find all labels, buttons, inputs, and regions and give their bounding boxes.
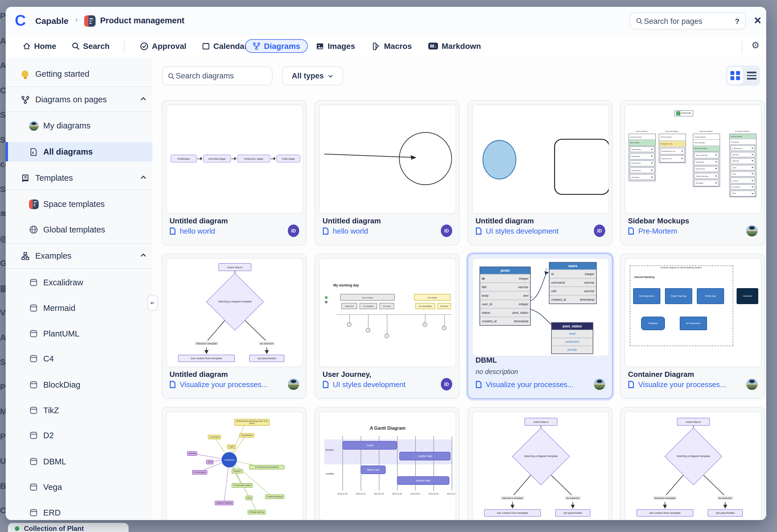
sidebar-item-erd[interactable]: ERD: [6, 503, 152, 520]
window-icon: [28, 508, 39, 518]
card-page-link[interactable]: UI styles development: [323, 380, 406, 389]
legend-dot: [325, 296, 328, 299]
cardinality-one: 1: [546, 268, 547, 271]
id-badge: ID: [288, 225, 299, 237]
type-filter-dropdown[interactable]: All types: [282, 66, 343, 85]
search-icon: [636, 18, 643, 24]
window-icon: [28, 354, 39, 364]
tab-search[interactable]: Search: [72, 35, 110, 57]
page-icon: [323, 227, 329, 235]
sidebar-item-plantuml[interactable]: PlantUML: [6, 324, 152, 343]
diagram-card[interactable]: British popular psychology author Tony B…: [161, 407, 307, 520]
diagram-card[interactable]: Fertilization Germinal Stage Embryonic S…: [161, 100, 307, 246]
sidebar-item-my-diagrams[interactable]: My diagrams: [6, 116, 152, 135]
page-icon: [323, 381, 329, 388]
card-page-link[interactable]: hello world: [323, 227, 368, 235]
sidebar-section-diagrams-on-pages[interactable]: Diagrams on pages: [6, 90, 152, 109]
home-icon: [23, 42, 31, 50]
card-title: User Journey,: [323, 370, 371, 379]
sidebar-collapse-button[interactable]: ⇤: [147, 295, 158, 311]
sidebar-item-tikz[interactable]: TikZ: [6, 401, 152, 420]
view-toggle: [726, 65, 760, 86]
sidebar-item-getting-started[interactable]: Getting started: [6, 64, 152, 84]
sidebar-item-blockdiag[interactable]: BlockDiag: [6, 375, 152, 394]
diagram-card[interactable]: Untitled diagram UI styles development I…: [467, 100, 613, 246]
card-page-link[interactable]: UI styles development: [475, 227, 559, 235]
diagram-thumbnail: Insert Macro Selecting a Diagram templat…: [625, 411, 762, 520]
tab-approval[interactable]: Approval: [140, 35, 186, 57]
chevron-down-icon: [328, 73, 333, 79]
diagram-card[interactable]: Untitled diagram hello world ID: [315, 100, 460, 246]
close-icon[interactable]: ✕: [751, 15, 764, 27]
diagram-card[interactable]: My working day Go to work Go home Make t…: [315, 254, 460, 399]
page-search-input[interactable]: [643, 16, 735, 26]
diagram-thumbnail: Fertilization Germinal Stage Embryonic S…: [166, 105, 303, 214]
sidebar-section-templates[interactable]: Templates: [6, 168, 152, 187]
grid-icon: [730, 71, 740, 81]
chevron-up-icon[interactable]: [140, 96, 147, 102]
card-title: Untitled diagram: [170, 370, 228, 379]
workspace-name[interactable]: Capable: [35, 16, 69, 26]
card-page-link[interactable]: Visualize your processes...: [170, 380, 267, 389]
markdown-icon: M↓: [428, 43, 438, 50]
diagram-search-box[interactable]: [162, 66, 272, 85]
search-icon: [72, 42, 80, 50]
calendar-icon: [202, 42, 210, 50]
sidebar-item-mermaid[interactable]: Mermaid: [6, 298, 152, 318]
diagram-thumbnail: A Gantt Diagram Section Another A task A…: [319, 411, 456, 520]
sidebar-item-d2[interactable]: D2: [6, 426, 152, 445]
sidebar-item-space-templates[interactable]: Space templates: [6, 194, 152, 214]
window-icon: [28, 430, 39, 440]
diagram-card[interactable]: Container diagram for Internet Banking S…: [620, 254, 765, 399]
diagram-thumbnail: [472, 105, 609, 214]
page-search-box[interactable]: ?: [630, 12, 746, 29]
settings-gear-icon[interactable]: ⚙: [751, 40, 760, 50]
tab-home[interactable]: Home: [23, 35, 56, 57]
sidebar-item-all-diagrams[interactable]: All diagrams: [6, 142, 152, 161]
tab-macros[interactable]: Macros: [372, 35, 412, 57]
avatar: [594, 379, 605, 390]
diagram-search-input[interactable]: [175, 71, 267, 81]
id-badge: ID: [594, 225, 605, 237]
sidebar-item-c4[interactable]: C4: [6, 349, 152, 368]
card-page-link[interactable]: Visualize your processes...: [475, 380, 574, 389]
tab-images[interactable]: Images: [316, 35, 355, 57]
tab-calendar[interactable]: Calendar: [202, 35, 247, 57]
sidebar-section-examples[interactable]: Examples: [6, 246, 152, 265]
breadcrumb-page-title[interactable]: Product management: [100, 16, 185, 25]
chevron-up-icon[interactable]: [140, 174, 147, 181]
dbml-table-users: users idinteger usernamevarchar rolevarc…: [549, 262, 597, 304]
card-title: Untitled diagram: [323, 217, 381, 225]
list-view-button[interactable]: [745, 67, 758, 84]
tab-diagrams-active[interactable]: Diagrams: [245, 39, 308, 53]
sidebar-item-dbml[interactable]: DBML: [6, 452, 152, 471]
image-icon: [316, 42, 324, 50]
card-page-link[interactable]: Pre-Mortem: [628, 227, 677, 235]
diagram-thumbnail: [319, 105, 456, 214]
sidebar-item-excalidraw[interactable]: Excalidraw: [6, 273, 152, 292]
card-page-link[interactable]: hello world: [170, 227, 215, 235]
tab-markdown[interactable]: M↓ Markdown: [428, 35, 481, 57]
capable-logo-icon[interactable]: C: [15, 13, 30, 28]
diagrams-branch-icon: [252, 42, 260, 50]
chevron-up-icon[interactable]: [140, 252, 147, 259]
check-circle-icon: [140, 42, 148, 50]
default-tab-chip: Default tab: [674, 110, 693, 116]
diagram-card[interactable]: Insert Macro Selecting a Diagram templat…: [467, 407, 613, 520]
diagram-thumbnail: posts idinteger titlevarchar bodytext us…: [472, 258, 609, 356]
diagram-card[interactable]: Default tab Search Sidebar Approval Side…: [620, 100, 765, 246]
diagram-card[interactable]: Insert Macro Selecting a Diagram templat…: [161, 254, 307, 399]
mockup-panel: Getting started Assigned to you Requeste…: [659, 134, 686, 163]
tab-divider: [124, 40, 125, 52]
diagram-card-selected[interactable]: posts idinteger titlevarchar bodytext us…: [467, 254, 613, 399]
diagram-thumbnail: Insert Macro Selecting a Diagram templat…: [166, 258, 303, 367]
card-page-link[interactable]: Visualize your processes...: [628, 380, 726, 389]
grid-view-button[interactable]: [728, 67, 743, 84]
sidebar-item-global-templates[interactable]: Global templates: [6, 220, 152, 239]
diagrams-branch-icon: [20, 94, 30, 105]
dbml-table-post-status: post_status draft published private: [551, 322, 593, 354]
diagram-card[interactable]: A Gantt Diagram Section Another A task A…: [315, 407, 460, 520]
card-title: DBML: [475, 356, 497, 364]
sidebar-item-vega[interactable]: Vega: [6, 478, 152, 497]
diagram-card[interactable]: Insert Macro Selecting a Diagram templat…: [620, 407, 765, 520]
